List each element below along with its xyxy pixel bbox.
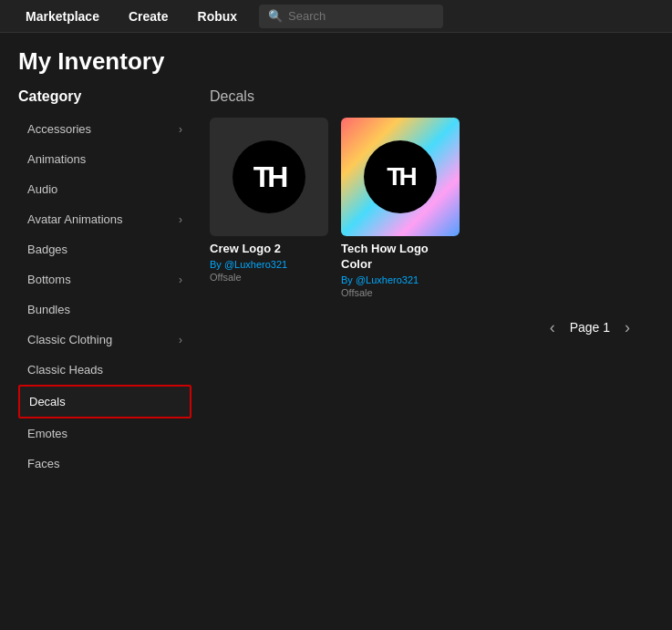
search-icon: 🔍	[268, 9, 283, 23]
section-title: Decals	[210, 88, 636, 105]
item-thumbnail-crew: TH	[210, 118, 328, 236]
chevron-right-icon: ›	[179, 123, 182, 136]
chevron-right-icon: ›	[179, 334, 182, 346]
sidebar-label-audio: Audio	[27, 182, 57, 196]
page-label: Page 1	[570, 320, 610, 335]
sidebar-label-avatar-animations: Avatar Animations	[27, 212, 123, 226]
sidebar: Category Accessories › Animations Audio …	[18, 88, 191, 630]
sidebar-label-badges: Badges	[27, 243, 67, 256]
item-name-crew: Crew Logo 2	[210, 242, 328, 257]
item-card-crew-logo[interactable]: TH Crew Logo 2 By @Luxhero321 Offsale	[210, 118, 328, 298]
sidebar-item-bottoms[interactable]: Bottoms ›	[18, 264, 191, 294]
sidebar-label-decals: Decals	[29, 395, 66, 408]
page-title: My Inventory	[18, 47, 654, 76]
sidebar-label-classic-heads: Classic Heads	[27, 363, 103, 377]
sidebar-item-badges[interactable]: Badges	[18, 234, 191, 264]
sidebar-item-faces[interactable]: Faces	[18, 449, 191, 479]
main-content: Decals TH Crew Logo 2 By @Luxhero321 Off…	[191, 88, 654, 630]
sidebar-label-emotes: Emotes	[27, 427, 67, 440]
chevron-right-icon: ›	[179, 213, 182, 226]
sidebar-item-animations[interactable]: Animations	[18, 144, 191, 174]
sidebar-item-accessories[interactable]: Accessories ›	[18, 114, 191, 144]
item-name-tech: Tech How Logo Color	[341, 242, 460, 273]
sidebar-item-audio[interactable]: Audio	[18, 174, 191, 204]
sidebar-label-bundles: Bundles	[27, 303, 70, 316]
nav-marketplace[interactable]: Marketplace	[11, 0, 114, 33]
nav-create[interactable]: Create	[114, 0, 183, 33]
items-grid: TH Crew Logo 2 By @Luxhero321 Offsale TH…	[210, 118, 636, 298]
pagination: ‹ Page 1 ›	[210, 298, 636, 357]
sidebar-item-classic-clothing[interactable]: Classic Clothing ›	[18, 325, 191, 355]
next-page-button[interactable]: ›	[619, 316, 636, 339]
sidebar-heading: Category	[18, 88, 191, 105]
sidebar-label-bottoms: Bottoms	[27, 273, 71, 286]
search-bar[interactable]: 🔍	[259, 5, 443, 28]
sidebar-label-animations: Animations	[27, 152, 86, 166]
item-status-crew: Offsale	[210, 272, 328, 283]
tech-logo-image: TH	[364, 140, 437, 213]
crew-logo-image: TH	[233, 140, 305, 213]
sidebar-label-faces: Faces	[27, 457, 59, 470]
prev-page-button[interactable]: ‹	[544, 316, 561, 339]
sidebar-item-emotes[interactable]: Emotes	[18, 418, 191, 449]
nav-robux[interactable]: Robux	[183, 0, 253, 33]
sidebar-label-accessories: Accessories	[27, 122, 91, 136]
sidebar-label-classic-clothing: Classic Clothing	[27, 333, 112, 346]
search-input[interactable]	[288, 9, 434, 23]
top-navigation: Marketplace Create Robux 🔍	[0, 0, 672, 33]
sidebar-item-bundles[interactable]: Bundles	[18, 294, 191, 325]
chevron-right-icon: ›	[179, 274, 182, 286]
sidebar-item-avatar-animations[interactable]: Avatar Animations ›	[18, 204, 191, 234]
item-by-tech: By @Luxhero321	[341, 274, 460, 285]
page-body: My Inventory Category Accessories › Anim…	[0, 33, 672, 630]
item-card-tech-logo[interactable]: TH Tech How Logo Color By @Luxhero321 Of…	[341, 118, 460, 298]
item-by-crew: By @Luxhero321	[210, 259, 328, 270]
sidebar-item-decals[interactable]: Decals	[18, 385, 191, 418]
item-thumbnail-tech: TH	[341, 118, 460, 236]
content-area: Category Accessories › Animations Audio …	[18, 88, 654, 630]
sidebar-item-classic-heads[interactable]: Classic Heads	[18, 355, 191, 385]
item-status-tech: Offsale	[341, 287, 460, 298]
